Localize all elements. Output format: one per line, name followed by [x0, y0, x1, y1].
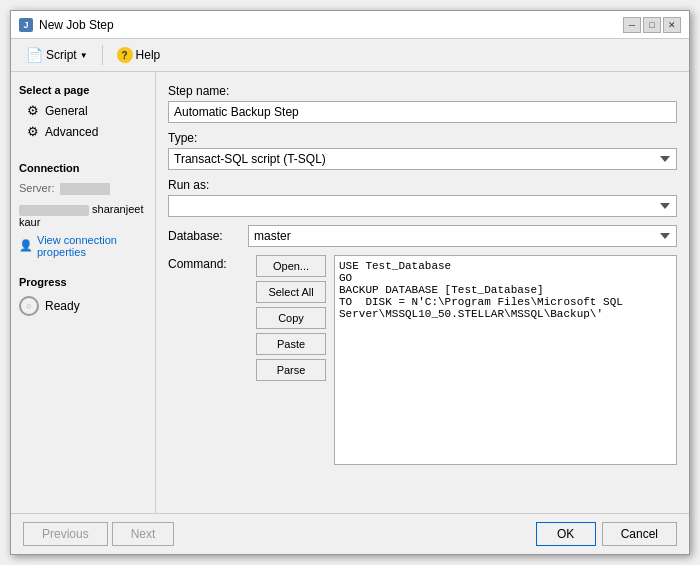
run-as-row: Run as: — [168, 178, 677, 217]
progress-section: Progress ○ Ready — [11, 272, 155, 320]
close-button[interactable]: ✕ — [663, 17, 681, 33]
restore-button[interactable]: □ — [643, 17, 661, 33]
run-as-select[interactable] — [168, 195, 677, 217]
next-button[interactable]: Next — [112, 522, 175, 546]
script-button[interactable]: 📄 Script ▼ — [19, 43, 95, 67]
step-name-label: Step name: — [168, 84, 677, 98]
new-job-step-dialog: J New Job Step ─ □ ✕ 📄 Script ▼ ? Help S… — [10, 10, 690, 555]
progress-status: Ready — [45, 299, 80, 313]
connection-link-text: View connection properties — [37, 234, 147, 258]
help-button[interactable]: ? Help — [110, 43, 168, 67]
ok-button[interactable]: OK — [536, 522, 596, 546]
select-all-button[interactable]: Select All — [256, 281, 326, 303]
sidebar-item-general-label: General — [45, 104, 88, 118]
content-area: Select a page ⚙ General ⚙ Advanced Conne… — [11, 72, 689, 513]
progress-icon: ○ — [19, 296, 39, 316]
sidebar-item-advanced[interactable]: ⚙ Advanced — [11, 121, 155, 142]
database-select[interactable]: master — [248, 225, 677, 247]
general-icon: ⚙ — [27, 103, 39, 118]
progress-content: ○ Ready — [11, 292, 155, 320]
open-button[interactable]: Open... — [256, 255, 326, 277]
bottom-bar: Previous Next OK Cancel — [11, 513, 689, 554]
previous-button[interactable]: Previous — [23, 522, 108, 546]
dialog-icon: J — [19, 18, 33, 32]
parse-button[interactable]: Parse — [256, 359, 326, 381]
dialog-title: New Job Step — [39, 18, 114, 32]
help-label: Help — [136, 48, 161, 62]
view-connection-link[interactable]: 👤 View connection properties — [11, 232, 155, 260]
select-page-header: Select a page — [11, 80, 155, 100]
command-label: Command: — [168, 255, 248, 465]
connection-link-icon: 👤 — [19, 239, 33, 252]
main-panel: Step name: Type: Transact-SQL script (T-… — [156, 72, 689, 513]
server-name-blurred — [60, 183, 110, 195]
sidebar-item-general[interactable]: ⚙ General — [11, 100, 155, 121]
step-name-row: Step name: — [168, 84, 677, 123]
type-label: Type: — [168, 131, 677, 145]
copy-button[interactable]: Copy — [256, 307, 326, 329]
script-label: Script — [46, 48, 77, 62]
server-info: Server: — [11, 178, 155, 199]
run-as-label: Run as: — [168, 178, 677, 192]
type-row: Type: Transact-SQL script (T-SQL) — [168, 131, 677, 170]
username-blurred — [19, 205, 89, 216]
paste-button[interactable]: Paste — [256, 333, 326, 355]
title-buttons: ─ □ ✕ — [623, 17, 681, 33]
advanced-icon: ⚙ — [27, 124, 39, 139]
toolbar-separator — [102, 45, 103, 65]
title-bar: J New Job Step ─ □ ✕ — [11, 11, 689, 39]
title-bar-left: J New Job Step — [19, 18, 114, 32]
script-icon: 📄 — [26, 47, 43, 63]
connection-header: Connection — [11, 158, 155, 178]
minimize-button[interactable]: ─ — [623, 17, 641, 33]
help-icon: ? — [117, 47, 133, 63]
toolbar: 📄 Script ▼ ? Help — [11, 39, 689, 72]
sidebar-item-advanced-label: Advanced — [45, 125, 98, 139]
type-select[interactable]: Transact-SQL script (T-SQL) — [168, 148, 677, 170]
sidebar: Select a page ⚙ General ⚙ Advanced Conne… — [11, 72, 156, 513]
progress-header: Progress — [11, 272, 155, 292]
script-dropdown-icon: ▼ — [80, 51, 88, 60]
command-right — [334, 255, 677, 465]
cancel-button[interactable]: Cancel — [602, 522, 677, 546]
connection-section: Connection Server: sharanjeet kaur 👤 Vie… — [11, 158, 155, 260]
database-row: Database: master — [168, 225, 677, 247]
command-section: Command: Open... Select All Copy Paste P… — [168, 255, 677, 465]
command-buttons: Open... Select All Copy Paste Parse — [256, 255, 326, 465]
command-textarea[interactable] — [334, 255, 677, 465]
user-info: sharanjeet kaur — [11, 199, 155, 232]
server-label: Server: — [19, 182, 54, 194]
prev-next-section: Previous Next — [23, 522, 174, 546]
step-name-input[interactable] — [168, 101, 677, 123]
database-label: Database: — [168, 229, 248, 243]
database-select-wrapper: master — [248, 225, 677, 247]
